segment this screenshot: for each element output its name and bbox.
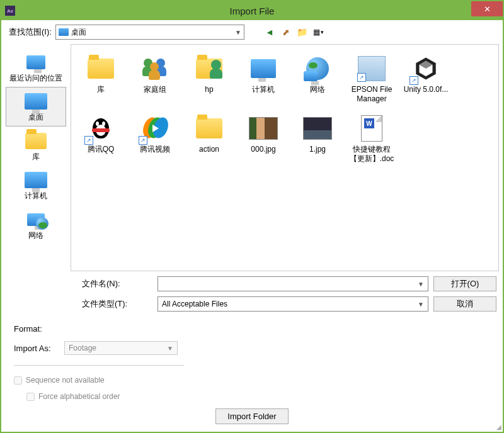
window-title: Import File [230,6,275,16]
shortcut-icon: ↗ [84,136,93,145]
filetype-combo[interactable]: All Acceptable Files▼ [158,296,428,312]
import-as-label: Import As: [14,344,58,353]
desktop-icon [59,28,69,36]
file-item-action[interactable]: action [182,111,236,171]
import-as-select[interactable]: Footage▼ [64,341,178,355]
up-button[interactable]: ⬈ [280,26,292,38]
shortcut-icon: ↗ [139,136,147,145]
titlebar[interactable]: Ae Import File ✕ [1,1,503,20]
lookin-combo[interactable]: 桌面 ▼ [55,25,244,40]
file-item-homegroup[interactable]: 家庭组 [128,51,182,111]
chevron-down-icon: ▼ [235,29,241,36]
file-item-000jpg[interactable]: 000.jpg [236,111,290,171]
shortcut-icon: ↗ [410,76,418,85]
toolbar: 查找范围(I): 桌面 ▼ ◄ ⬈ 📁 ▦▾ [1,20,503,44]
file-item-unity[interactable]: ↗Unity 5.0.0f... [399,51,453,111]
file-item-epson[interactable]: ↗EPSON File Manager [345,51,399,111]
cancel-button[interactable]: 取消 [433,296,496,312]
chevron-down-icon: ▼ [418,281,424,288]
file-item-computer[interactable]: 计算机 [236,51,290,111]
sidebar-item-network[interactable]: 网络 [6,205,66,244]
file-item-doc[interactable]: W快捷键教程【更新】.doc [345,111,399,171]
file-item-hp[interactable]: hp [182,51,236,111]
import-file-dialog: Ae Import File ✕ 查找范围(I): 桌面 ▼ ◄ ⬈ 📁 ▦▾ … [0,0,504,433]
lookin-label: 查找范围(I): [9,26,52,38]
file-item-network[interactable]: 网络 [290,51,345,111]
sidebar-item-recent[interactable]: 最近访问的位置 [6,48,66,87]
filename-label: 文件名(N): [77,278,152,290]
view-menu-button[interactable]: ▦▾ [312,26,325,38]
app-icon: Ae [5,6,15,16]
chevron-down-icon: ▼ [167,345,173,352]
lookin-value: 桌面 [71,27,86,38]
image-thumbnail [303,117,332,140]
file-item-libraries[interactable]: 库 [74,51,128,111]
sequence-checkbox: Sequence not available [14,376,490,385]
close-button[interactable]: ✕ [471,1,503,16]
sidebar-item-computer[interactable]: 计算机 [6,166,66,205]
file-item-tencent-video[interactable]: ↗腾讯视频 [128,111,182,171]
dialog-body: 最近访问的位置 桌面 库 计算机 网络 库 家庭组 h [1,44,503,317]
filetype-label: 文件类型(T): [77,298,152,310]
places-sidebar: 最近访问的位置 桌面 库 计算机 网络 [1,44,71,317]
resize-grip[interactable]: ◢ [496,424,501,430]
alpha-order-checkbox: Force alphabetical order [26,392,490,401]
format-label: Format: [14,324,58,334]
new-folder-button[interactable]: 📁 [296,26,309,38]
sidebar-item-desktop[interactable]: 桌面 [6,87,66,126]
image-thumbnail [249,117,278,140]
chevron-down-icon: ▼ [418,301,424,308]
filename-combo[interactable]: ▼ [158,276,428,291]
file-list[interactable]: 库 家庭组 hp 计算机 网络 ↗EPSON File Manager ↗Uni… [71,44,499,271]
back-button[interactable]: ◄ [263,26,276,38]
divider [14,365,184,366]
filename-section: 文件名(N): ▼ 打开(O) 文件类型(T): All Acceptable … [71,271,503,317]
file-item-qq[interactable]: ↗腾讯QQ [74,111,128,171]
sidebar-item-libraries[interactable]: 库 [6,127,66,166]
open-button[interactable]: 打开(O) [433,276,496,291]
shortcut-icon: ↗ [357,73,366,82]
import-folder-button[interactable]: Import Folder [215,408,288,424]
import-options: Format: Import As: Footage▼ Sequence not… [1,317,503,432]
word-doc-icon: W [361,115,382,142]
file-item-1jpg[interactable]: 1.jpg [290,111,345,171]
